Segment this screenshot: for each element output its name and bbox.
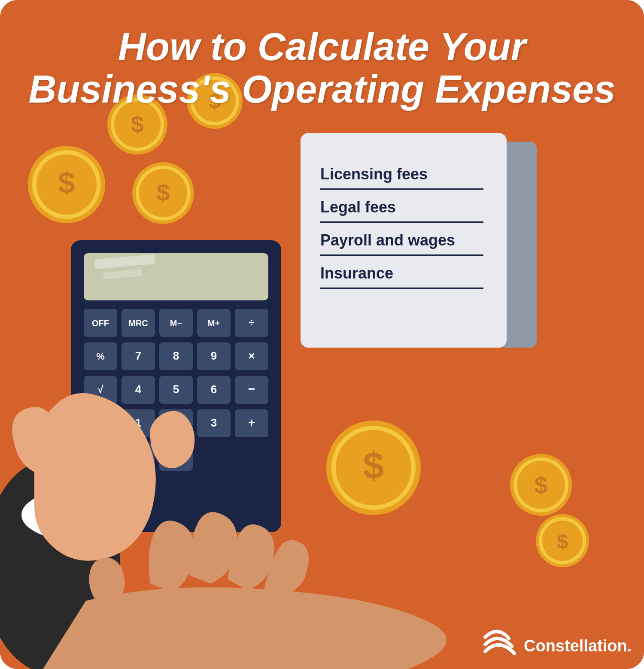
svg-text:×: × <box>248 349 255 362</box>
calc-row3: √ 4 5 6 − <box>84 376 268 404</box>
svg-text:−: − <box>248 382 255 396</box>
svg-text:6: 6 <box>211 383 217 396</box>
svg-point-76 <box>517 461 565 509</box>
left-hand <box>0 393 156 669</box>
receipt-label-4: Insurance <box>320 264 483 282</box>
svg-rect-48 <box>197 376 231 404</box>
svg-point-79 <box>539 517 586 564</box>
svg-rect-52 <box>84 409 117 437</box>
svg-rect-20 <box>94 254 155 269</box>
main-container: How to Calculate Your Business's Operati… <box>0 0 644 669</box>
svg-text:C: C <box>97 417 104 429</box>
svg-rect-62 <box>84 443 117 471</box>
svg-rect-36 <box>159 342 193 370</box>
svg-rect-32 <box>84 342 117 370</box>
svg-point-69 <box>21 489 133 541</box>
svg-point-80 <box>542 521 583 561</box>
title-line2: Business's Operating Expenses <box>29 68 616 111</box>
svg-rect-56 <box>159 409 193 437</box>
svg-rect-18 <box>71 240 281 532</box>
svg-text:7: 7 <box>135 349 141 362</box>
calc-row5: AC 0 . <box>84 443 193 471</box>
svg-text:$: $ <box>156 179 170 206</box>
svg-text:5: 5 <box>173 383 179 396</box>
svg-text:$: $ <box>58 166 75 200</box>
svg-rect-44 <box>122 376 155 404</box>
svg-text:8: 8 <box>173 349 179 362</box>
svg-text:M+: M+ <box>208 318 220 328</box>
calc-row1: OFF MRC M− M+ ÷ <box>84 309 268 337</box>
svg-text:$: $ <box>534 472 547 499</box>
svg-point-0 <box>28 146 105 223</box>
svg-rect-66 <box>159 443 193 471</box>
svg-text:Constellation.: Constellation. <box>524 637 632 655</box>
svg-rect-22 <box>84 309 117 337</box>
svg-text:+: + <box>248 416 255 429</box>
svg-rect-58 <box>197 409 231 437</box>
coin-bottom-center: $ <box>326 421 421 515</box>
calculator-body <box>71 240 281 532</box>
svg-text:.: . <box>174 450 177 463</box>
svg-text:$: $ <box>557 530 568 553</box>
svg-text:$: $ <box>131 111 144 137</box>
svg-point-12 <box>132 162 194 224</box>
svg-rect-50 <box>235 376 268 404</box>
receipt-label-3: Payroll and wages <box>320 231 483 249</box>
svg-rect-24 <box>122 309 155 337</box>
receipt-item-2: Legal fees <box>320 198 483 223</box>
svg-point-72 <box>336 430 411 506</box>
svg-text:%: % <box>96 351 105 362</box>
svg-rect-46 <box>159 376 193 404</box>
svg-rect-38 <box>197 342 231 370</box>
right-hand <box>43 512 447 669</box>
svg-rect-34 <box>122 342 155 370</box>
svg-rect-16 <box>498 142 537 348</box>
svg-point-2 <box>36 154 97 215</box>
svg-text:AC: AC <box>94 451 107 462</box>
svg-text:√: √ <box>97 384 103 395</box>
svg-text:0: 0 <box>135 450 141 463</box>
svg-rect-28 <box>197 309 231 337</box>
title-section: How to Calculate Your Business's Operati… <box>29 26 616 111</box>
calc-row2: % 7 8 9 × <box>84 342 268 370</box>
svg-rect-40 <box>235 342 268 370</box>
svg-point-71 <box>331 426 416 510</box>
coin-mid-left: $ <box>132 162 194 224</box>
coin-bottom-right-small: $ <box>510 454 572 516</box>
coin-bottom-right-lower: $ <box>536 514 589 567</box>
svg-text:$: $ <box>363 444 384 487</box>
title-line1: How to Calculate Your <box>29 26 616 68</box>
svg-text:1: 1 <box>135 416 141 429</box>
svg-text:3: 3 <box>211 416 217 429</box>
pressing-finger <box>150 411 194 468</box>
svg-point-1 <box>32 150 101 219</box>
receipt-item-1: Licensing fees <box>320 165 483 190</box>
svg-rect-54 <box>122 409 155 437</box>
svg-point-70 <box>326 421 421 515</box>
svg-point-14 <box>139 169 187 217</box>
svg-rect-21 <box>103 269 142 279</box>
receipt-item-4: Insurance <box>320 264 483 289</box>
svg-text:4: 4 <box>135 383 142 396</box>
calc-row4: C 1 2 3 + <box>84 409 268 437</box>
svg-text:OFF: OFF <box>92 318 109 328</box>
svg-point-78 <box>536 514 589 567</box>
svg-text:MRC: MRC <box>128 318 148 328</box>
svg-rect-26 <box>159 309 193 337</box>
svg-rect-30 <box>235 309 268 337</box>
receipt-content: Licensing fees Legal fees Payroll and wa… <box>303 152 501 310</box>
receipt-item-3: Payroll and wages <box>320 231 483 256</box>
svg-point-68 <box>0 459 120 669</box>
svg-text:2: 2 <box>173 416 179 429</box>
svg-rect-60 <box>235 409 268 437</box>
svg-text:÷: ÷ <box>249 317 254 328</box>
receipt-label-1: Licensing fees <box>320 165 483 183</box>
svg-point-74 <box>510 454 572 516</box>
svg-point-13 <box>136 166 191 221</box>
svg-rect-19 <box>84 253 268 300</box>
svg-text:M−: M− <box>170 318 182 328</box>
svg-rect-42 <box>84 376 117 404</box>
svg-point-75 <box>513 457 568 512</box>
svg-rect-64 <box>122 443 155 471</box>
constellation-logo: Constellation. <box>485 632 632 655</box>
